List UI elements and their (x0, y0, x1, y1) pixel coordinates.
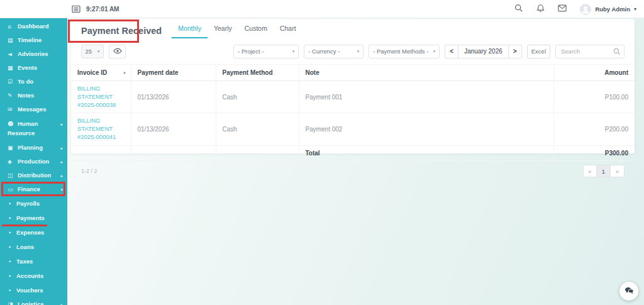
finance-icon: ▭ (8, 186, 18, 192)
amount-cell: P100.00 (553, 81, 635, 113)
sidebar-item-label: Finance (18, 186, 40, 192)
sidebar-subitem-label: Loans (16, 243, 34, 250)
sidebar-item-payrolls[interactable]: •Payrolls (0, 196, 67, 211)
toggle-columns-button[interactable] (109, 45, 126, 58)
search-button[interactable] (514, 4, 523, 14)
chat-button[interactable] (619, 282, 638, 301)
pagination: «1» (583, 165, 625, 177)
sidebar-item-to-do[interactable]: ☑To do (0, 75, 67, 89)
search-icon (613, 48, 621, 55)
sidebar-item-advisories[interactable]: ◄Advisories (0, 47, 67, 61)
sidebar-item-events[interactable]: ▦Events (0, 61, 67, 75)
human-resource-icon: ☻ (8, 120, 18, 128)
chevron-down-icon: ▾ (433, 49, 436, 54)
prev-month-button[interactable]: < (445, 45, 458, 58)
sidebar-item-messages[interactable]: ✉Messages (0, 103, 67, 116)
sidebar-item-label: To do (18, 78, 33, 85)
sidebar-subitem-label: Payments (16, 214, 45, 221)
distribution-icon: ◫ (8, 172, 18, 179)
page-button-1[interactable]: 1 (597, 165, 611, 177)
sidebar-item-expenses[interactable]: •Expenses (0, 225, 67, 240)
sidebar-item-distribution[interactable]: ◫Distribution▸ (0, 169, 67, 182)
prev-page-button[interactable]: « (583, 165, 597, 177)
column-header-note: Note (299, 65, 553, 81)
payment-date-cell: 01/13/2026 (131, 81, 216, 113)
sidebar-item-production[interactable]: ◈Production▸ (0, 155, 67, 169)
sidebar-item-accounts[interactable]: •Accounts (0, 269, 67, 283)
bell-icon (536, 4, 545, 14)
chevron-down-icon: ▾ (292, 49, 295, 54)
project-select[interactable]: - Project -▾ (233, 45, 299, 58)
sidebar-item-taxes[interactable]: •Taxes (0, 254, 67, 269)
invoice-link[interactable]: BILLING STATEMENT#2025-000038 (77, 85, 125, 109)
dashboard-icon: ⌂ (8, 23, 18, 30)
tab-yearly[interactable]: Yearly (208, 19, 238, 38)
messages-button[interactable] (558, 4, 567, 14)
bullet-icon: • (9, 215, 16, 221)
events-icon: ▦ (8, 65, 18, 71)
payment-method-cell: Cash (216, 113, 299, 145)
next-page-button[interactable]: » (611, 165, 625, 177)
tab-chart[interactable]: Chart (274, 19, 303, 38)
advisories-icon: ◄ (8, 51, 18, 57)
sidebar-item-label: Events (18, 64, 37, 71)
sidebar-item-vouchers[interactable]: •Vouchers (0, 283, 67, 297)
currency-select[interactable]: - Currency -▾ (304, 45, 364, 58)
sidebar-item-payments[interactable]: •Payments (0, 211, 67, 225)
column-header-invoice-id[interactable]: Invoice ID▴ (71, 65, 131, 81)
next-month-button[interactable]: > (509, 45, 522, 58)
select-value: - Currency - (308, 48, 340, 55)
search-icon (514, 4, 523, 14)
total-label: Total (299, 145, 553, 160)
sidebar-item-label: Distribution (18, 172, 51, 179)
sidebar-item-label: Planning (18, 144, 43, 151)
invoice-link[interactable]: BILLING STATEMENT#2025-000041 (77, 117, 125, 141)
invoice-cell: BILLING STATEMENT#2025-000041 (71, 113, 131, 145)
filter-row: 25▾ - Project -▾- Currency -▾- Payment M… (71, 44, 635, 58)
sidebar-item-timeline[interactable]: ▤Timeline (0, 33, 67, 47)
menu-icon[interactable] (72, 5, 80, 13)
excel-export-button[interactable]: Excel (527, 45, 550, 58)
sidebar-item-planning[interactable]: ▣Planning▸ (0, 141, 67, 155)
user-menu[interactable]: Ruby Admin ▾ (580, 4, 636, 15)
sidebar-item-label: Dashboard (18, 23, 49, 30)
sidebar-item-finance[interactable]: ▭Finance▾ (0, 182, 67, 196)
sidebar-item-notes[interactable]: ✎Notes (0, 89, 67, 103)
sidebar-item-label: Timeline (18, 36, 42, 43)
sidebar-subitem-label: Payrolls (16, 200, 40, 207)
result-range: 1-2 / 2 (81, 168, 97, 174)
sidebar-item-label: Logistics (18, 301, 44, 305)
bullet-icon: • (9, 287, 16, 294)
bullet-icon: • (9, 201, 16, 207)
sidebar-item-dashboard[interactable]: ⌂Dashboard (0, 19, 67, 33)
user-name: Ruby Admin (595, 6, 630, 13)
chevron-right-icon: ▸ (60, 174, 63, 179)
chevron-down-icon: ▾ (60, 187, 63, 192)
sidebar-item-label: Advisories (18, 50, 48, 57)
chevron-down-icon: ▾ (634, 6, 636, 12)
bullet-icon: • (9, 273, 16, 279)
invoice-cell: BILLING STATEMENT#2025-000038 (71, 81, 131, 113)
bullet-icon: • (9, 230, 16, 236)
table-row: BILLING STATEMENT#2025-00004101/13/2026C… (71, 113, 635, 145)
bullet-icon: • (9, 258, 16, 265)
total-amount: P300.00 (553, 145, 635, 160)
production-icon: ◈ (8, 158, 18, 165)
page-title: Payment Received (81, 26, 162, 36)
column-header-payment-method: Payment Method (216, 65, 299, 81)
tab-custom[interactable]: Custom (238, 19, 274, 38)
select-value: - Payment Methods - (373, 48, 428, 55)
sidebar-item-human-resource[interactable]: ☻Human Resource▸ (0, 116, 67, 141)
month-label[interactable]: January 2026 (458, 45, 509, 58)
tab-monthly[interactable]: Monthly (172, 19, 208, 38)
page-size-select[interactable]: 25▾ (81, 45, 104, 58)
tab-bar: MonthlyYearlyCustomChart (172, 19, 302, 38)
payment-methods-select[interactable]: - Payment Methods -▾ (369, 45, 440, 58)
sidebar: ⌂Dashboard▤Timeline◄Advisories▦Events☑To… (0, 16, 67, 305)
sidebar-item-logistics[interactable]: ◨Logistics▸ (0, 297, 67, 305)
sidebar-item-loans[interactable]: •Loans (0, 240, 67, 254)
clock-time: 9:27:01 AM (86, 6, 119, 13)
notes-icon: ✎ (8, 92, 18, 99)
notifications-button[interactable] (536, 4, 545, 14)
topbar: 9:27:01 AM Ruby Admin ▾ (0, 0, 644, 18)
